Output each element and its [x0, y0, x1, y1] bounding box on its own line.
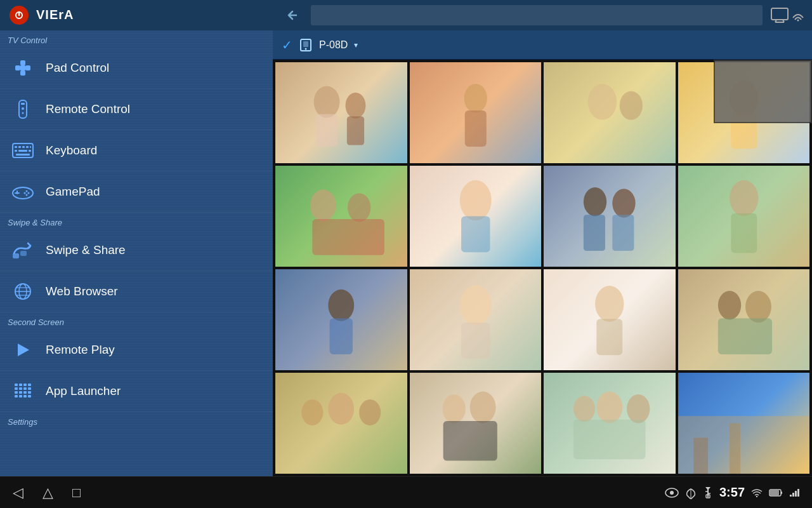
svg-point-76	[612, 189, 635, 217]
svg-marker-35	[18, 344, 29, 356]
svg-point-85	[595, 286, 624, 322]
svg-rect-37	[19, 384, 22, 386]
svg-rect-38	[23, 384, 27, 386]
photo-cell[interactable]	[275, 62, 407, 163]
svg-rect-77	[584, 215, 605, 251]
svg-point-27	[26, 194, 28, 196]
photo-cell[interactable]	[678, 166, 810, 267]
photo-cell[interactable]	[544, 62, 676, 163]
svg-rect-44	[15, 391, 18, 394]
sidebar-item-pad-control[interactable]: Pad Control	[0, 48, 273, 89]
sidebar-item-app-launcher[interactable]: App Launcher	[0, 371, 273, 412]
svg-rect-52	[771, 8, 788, 20]
signal-icon	[789, 488, 799, 497]
svg-point-25	[28, 192, 30, 194]
svg-point-9	[22, 107, 24, 110]
svg-point-73	[459, 180, 491, 221]
header-bar	[311, 5, 763, 25]
photo-cell[interactable]	[410, 62, 542, 163]
svg-rect-2	[20, 60, 25, 65]
app-launcher-label: App Launcher	[46, 384, 121, 398]
home-nav-icon[interactable]: △	[43, 485, 53, 501]
svg-rect-39	[28, 384, 31, 386]
back-button[interactable]	[280, 4, 303, 27]
photo-cell[interactable]	[410, 269, 542, 370]
svg-rect-101	[693, 438, 708, 474]
svg-rect-16	[30, 146, 31, 148]
sidebar-item-remote-play[interactable]: Remote Play	[0, 330, 273, 371]
svg-rect-4	[15, 65, 20, 70]
app-title: VIErA	[36, 8, 74, 22]
svg-point-97	[596, 392, 622, 424]
keyboard-icon	[10, 139, 36, 162]
svg-rect-43	[28, 387, 31, 390]
svg-point-92	[359, 399, 381, 425]
svg-rect-80	[731, 213, 757, 253]
photo-cell[interactable]	[678, 373, 810, 474]
svg-rect-115	[790, 495, 792, 497]
recents-nav-icon[interactable]: □	[72, 485, 81, 501]
sidebar-item-gamepad[interactable]: GamePad	[0, 171, 273, 213]
svg-point-81	[328, 290, 354, 321]
svg-rect-86	[596, 319, 622, 355]
usb-icon	[703, 486, 713, 500]
svg-rect-50	[23, 395, 27, 398]
svg-point-98	[627, 394, 650, 423]
sidebar: VIErA TV Control Pad Control	[0, 0, 273, 476]
sidebar-header: VIErA	[0, 0, 273, 30]
svg-rect-89	[717, 318, 771, 354]
photo-cell[interactable]	[544, 373, 676, 474]
swipe-share-label: Swipe & Share	[46, 243, 126, 257]
sidebar-item-remote-control[interactable]: Remote Control	[0, 89, 273, 130]
remote-icon	[10, 98, 36, 121]
back-nav-icon[interactable]: ◁	[13, 485, 23, 501]
svg-rect-51	[28, 395, 31, 398]
sidebar-item-keyboard[interactable]: Keyboard	[0, 130, 273, 171]
preview-box	[714, 60, 812, 123]
dropdown-arrow-icon[interactable]: ▾	[354, 41, 358, 50]
svg-point-60	[314, 86, 340, 117]
section-settings: Settings	[0, 412, 273, 429]
photo-cell[interactable]	[275, 269, 407, 370]
android-icon	[685, 486, 697, 499]
svg-point-10	[22, 112, 24, 114]
photo-cell[interactable]	[544, 166, 676, 267]
svg-rect-84	[461, 323, 490, 359]
svg-rect-17	[15, 150, 17, 152]
svg-point-79	[730, 180, 758, 217]
sidebar-item-swipe-share[interactable]: Swipe & Share	[0, 230, 273, 271]
photo-cell[interactable]	[678, 269, 810, 370]
photo-cell[interactable]	[275, 166, 407, 267]
photo-cell[interactable]	[410, 166, 542, 267]
sub-header: ✓ P-08D ▾	[273, 30, 812, 60]
check-icon: ✓	[282, 37, 292, 53]
remote-play-label: Remote Play	[46, 343, 115, 357]
svg-rect-49	[19, 395, 22, 398]
status-bar: ◁ △ □ 3:57	[0, 476, 812, 508]
svg-point-90	[301, 399, 323, 425]
svg-point-67	[620, 91, 643, 119]
controller-icon	[10, 180, 36, 203]
gamepad-label: GamePad	[46, 185, 100, 199]
sidebar-item-web-browser[interactable]: Web Browser	[0, 271, 273, 312]
svg-rect-47	[28, 391, 31, 394]
svg-rect-102	[730, 424, 740, 474]
svg-point-83	[459, 285, 491, 326]
svg-rect-5	[25, 65, 30, 70]
svg-point-58	[305, 48, 307, 50]
gamepad-cross-icon	[10, 57, 36, 79]
keyboard-label: Keyboard	[46, 144, 97, 157]
svg-rect-116	[792, 493, 794, 497]
svg-rect-3	[20, 70, 25, 76]
svg-rect-63	[347, 116, 364, 145]
svg-point-70	[310, 189, 336, 221]
svg-rect-6	[20, 65, 25, 70]
svg-rect-20	[16, 154, 30, 156]
web-browser-label: Web Browser	[46, 284, 118, 298]
pad-control-label: Pad Control	[46, 61, 109, 75]
power-icon[interactable]	[10, 6, 29, 25]
photo-cell[interactable]	[544, 269, 676, 370]
photo-cell[interactable]	[410, 373, 542, 474]
photo-cell[interactable]	[275, 373, 407, 474]
svg-rect-36	[15, 384, 18, 386]
